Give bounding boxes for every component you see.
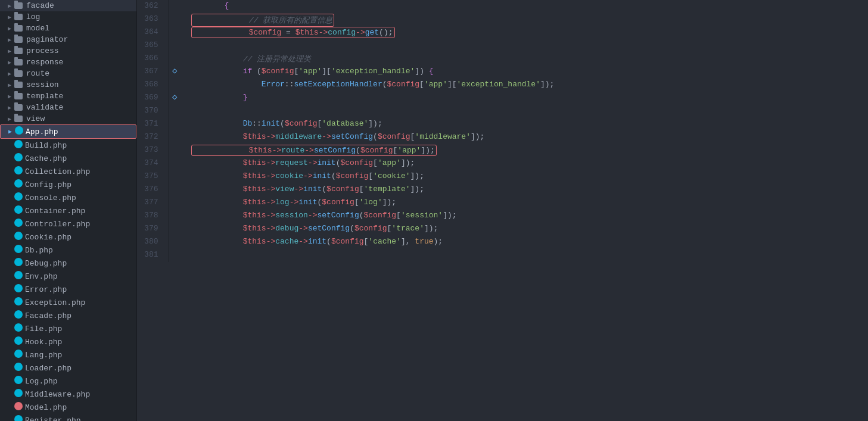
sidebar-item-label: File.php <box>25 325 62 333</box>
gutter <box>168 144 181 157</box>
code-content: $this->debug->setConfig($config['trace']… <box>181 223 868 236</box>
gutter <box>168 170 181 183</box>
line-number: 380 <box>137 236 168 249</box>
php-icon <box>14 205 25 216</box>
code-area[interactable]: 362 { 363 // 获取所有的配置信息 364 $c <box>137 0 868 421</box>
sidebar-item-config-php[interactable]: Config.php <box>0 178 136 191</box>
table-row: 363 // 获取所有的配置信息 <box>137 13 868 26</box>
sidebar-item-build-php[interactable]: Build.php <box>0 139 136 152</box>
sidebar-item-process[interactable]: process <box>0 45 136 57</box>
table-row: 362 { <box>137 0 868 13</box>
sidebar-item-template[interactable]: template <box>0 91 136 102</box>
table-row: 379 $this->debug->setConfig($config['tra… <box>137 223 868 236</box>
php-icon <box>14 153 25 164</box>
gutter <box>168 236 181 249</box>
sidebar-item-debug-php[interactable]: Debug.php <box>0 257 136 270</box>
sidebar-item-lang-php[interactable]: Lang.php <box>0 348 136 361</box>
line-number: 366 <box>137 52 168 66</box>
sidebar-item-hook-php[interactable]: Hook.php <box>0 335 136 348</box>
sidebar-item-loader-php[interactable]: Loader.php <box>0 361 136 375</box>
expand-arrow <box>5 48 14 55</box>
line-number: 363 <box>137 13 168 26</box>
gutter <box>168 79 181 92</box>
sidebar-item-label: Db.php <box>25 246 53 255</box>
php-icon <box>14 232 25 242</box>
code-content: $this->log->init($config['log']); <box>181 197 868 210</box>
table-row: 371 Db::init($config['database']); <box>137 118 868 131</box>
sidebar-item-file-php[interactable]: File.php <box>0 322 136 335</box>
table-row: 364 $config = $this->config->get(); <box>137 26 868 39</box>
code-content: $this->middleware->setConfig($config['mi… <box>181 131 868 144</box>
code-content: // 获取所有的配置信息 <box>181 13 868 26</box>
table-row: 376 $this->view->init($config['template'… <box>137 183 868 197</box>
sidebar-item-model[interactable]: model <box>0 23 136 34</box>
sidebar-item-session[interactable]: session <box>0 79 136 91</box>
sidebar-item-facade[interactable]: facade <box>0 0 136 11</box>
code-content: // 注册异常处理类 <box>181 52 868 66</box>
sidebar-item-facade-php[interactable]: Facade.php <box>0 309 136 322</box>
code-content: } <box>181 92 868 105</box>
gutter <box>168 183 181 197</box>
table-row: 378 $this->session->setConfig($config['s… <box>137 210 868 223</box>
line-number: 362 <box>137 0 168 13</box>
php-icon <box>14 402 25 413</box>
sidebar-item-container-php[interactable]: Container.php <box>0 204 136 217</box>
code-content <box>181 249 868 262</box>
php-icon <box>14 192 25 203</box>
sidebar-item-app-php[interactable]: App.php <box>0 124 136 139</box>
code-content: $this->cache->init($config['cache'], tru… <box>181 236 868 249</box>
sidebar-item-cookie-php[interactable]: Cookie.php <box>0 230 136 244</box>
sidebar-item-label: Model.php <box>25 403 67 412</box>
line-number: 381 <box>137 249 168 262</box>
line-number: 367 <box>137 66 168 79</box>
sidebar-item-exception-php[interactable]: Exception.php <box>0 296 136 309</box>
line-number: 372 <box>137 131 168 144</box>
sidebar-item-label: Exception.php <box>25 298 85 307</box>
sidebar-item-console-php[interactable]: Console.php <box>0 191 136 204</box>
sidebar-item-label: paginator <box>26 35 68 44</box>
sidebar-item-log-php[interactable]: Log.php <box>0 375 136 388</box>
sidebar-item-route[interactable]: route <box>0 68 136 79</box>
table-row: 374 $this->request->init($config['app'])… <box>137 157 868 170</box>
file-tree[interactable]: facade log model paginator process respo… <box>0 0 137 421</box>
code-content: Error::setExceptionHandler($config['app'… <box>181 79 868 92</box>
sidebar-item-view[interactable]: view <box>0 113 136 124</box>
line-number: 368 <box>137 79 168 92</box>
line-number: 377 <box>137 197 168 210</box>
sidebar-item-model-php[interactable]: Model.php <box>0 401 136 414</box>
gutter <box>168 39 181 52</box>
sidebar-item-label: log <box>26 13 40 21</box>
gutter <box>168 249 181 262</box>
sidebar-item-middleware-php[interactable]: Middleware.php <box>0 388 136 401</box>
folder-icon <box>14 104 24 111</box>
sidebar-item-label: Register.php <box>25 416 81 422</box>
php-icon <box>14 363 25 373</box>
code-content <box>181 105 868 118</box>
sidebar-item-validate[interactable]: validate <box>0 102 136 113</box>
sidebar-item-controller-php[interactable]: Controller.php <box>0 217 136 230</box>
sidebar-item-paginator[interactable]: paginator <box>0 34 136 45</box>
code-content: $this->request->init($config['app']); <box>181 157 868 170</box>
sidebar-item-log[interactable]: log <box>0 11 136 23</box>
code-content: $config = $this->config->get(); <box>181 26 868 39</box>
sidebar-item-response[interactable]: response <box>0 57 136 68</box>
folder-icon <box>14 116 24 122</box>
sidebar-item-env-php[interactable]: Env.php <box>0 270 136 283</box>
sidebar-item-label: Env.php <box>25 272 58 281</box>
php-icon <box>14 323 25 334</box>
expand-arrow <box>5 104 14 111</box>
php-icon <box>14 271 25 282</box>
sidebar-item-register-php[interactable]: Register.php <box>0 414 136 421</box>
sidebar-item-cache-php[interactable]: Cache.php <box>0 152 136 165</box>
sidebar-item-label: App.php <box>26 127 58 136</box>
sidebar-item-label: Hook.php <box>25 338 62 347</box>
sidebar-item-collection-php[interactable]: Collection.php <box>0 165 136 178</box>
code-content: Db::init($config['database']); <box>181 118 868 131</box>
line-number: 364 <box>137 26 168 39</box>
sidebar-item-error-php[interactable]: Error.php <box>0 283 136 296</box>
php-icon <box>14 297 25 308</box>
sidebar-item-label: Container.php <box>25 207 85 216</box>
sidebar-item-db-php[interactable]: Db.php <box>0 244 136 257</box>
php-icon <box>14 376 25 386</box>
expand-arrow <box>5 93 14 100</box>
